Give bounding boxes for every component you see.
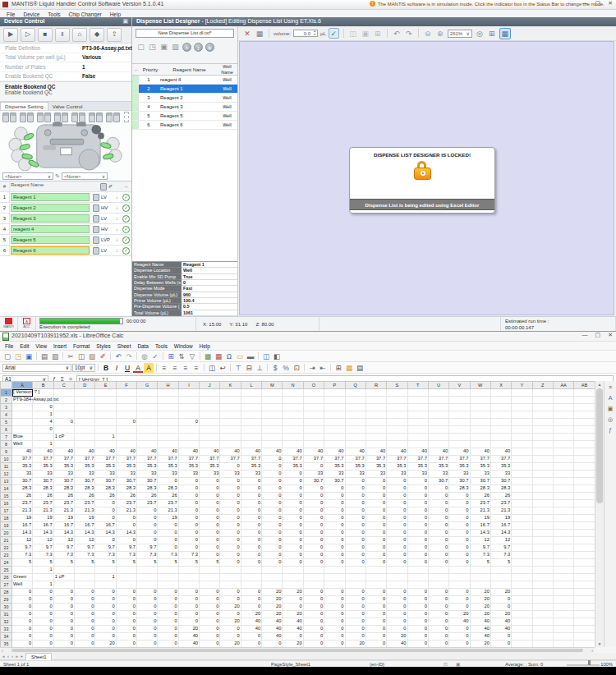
- cell-W33[interactable]: 40: [470, 626, 490, 633]
- cell-E33[interactable]: 0: [95, 626, 116, 633]
- cell-W34[interactable]: 40: [470, 633, 490, 641]
- cell-B6[interactable]: 0: [33, 426, 53, 434]
- cell-C24[interactable]: 5: [53, 559, 74, 567]
- cell-D34[interactable]: 0: [75, 633, 95, 641]
- cell-R22[interactable]: 0: [365, 544, 386, 552]
- cell-P1[interactable]: [324, 389, 345, 397]
- cell-O30[interactable]: 0: [303, 604, 324, 611]
- cell-I19[interactable]: 0: [178, 522, 199, 530]
- cell-U4[interactable]: [428, 411, 448, 419]
- cell-K21[interactable]: 0: [220, 537, 241, 544]
- cell-K30[interactable]: 20: [220, 604, 241, 611]
- cell-N35[interactable]: 20: [283, 641, 303, 648]
- cell-B8[interactable]: 1: [33, 441, 53, 448]
- maximize-icon[interactable]: ▢: [595, 0, 601, 7]
- cell-O28[interactable]: 0: [303, 589, 324, 596]
- cell-J9[interactable]: 40: [200, 448, 220, 456]
- cell-M33[interactable]: 40: [262, 626, 283, 633]
- cell-I29[interactable]: 0: [178, 596, 199, 604]
- cell-K23[interactable]: 0: [220, 552, 241, 559]
- cell-R14[interactable]: 0: [365, 485, 386, 493]
- cell-H2[interactable]: [158, 397, 178, 404]
- cell-J31[interactable]: 0: [200, 611, 220, 618]
- cell-T33[interactable]: 0: [407, 626, 428, 633]
- cell-D12[interactable]: 33: [75, 471, 95, 478]
- cell-AA25[interactable]: [553, 567, 573, 574]
- cell-H5[interactable]: [158, 419, 178, 426]
- cell-W20[interactable]: 14.3: [470, 530, 490, 537]
- cell-F28[interactable]: 0: [116, 589, 136, 596]
- cell-Y5[interactable]: [512, 419, 532, 426]
- cell-Q7[interactable]: [345, 434, 365, 441]
- cell-A16[interactable]: 23.7: [12, 500, 33, 507]
- cell-V11[interactable]: 35.3: [449, 463, 470, 471]
- scroll-up-icon[interactable]: ▲: [595, 382, 604, 387]
- cell-Y26[interactable]: [512, 574, 532, 581]
- cell-G20[interactable]: 0: [137, 530, 158, 537]
- cell-B33[interactable]: 0: [33, 626, 53, 633]
- reagent-row[interactable]: 1Reagent 1LV↓✓: [0, 192, 131, 203]
- cell-F29[interactable]: 0: [116, 596, 136, 604]
- cell-U10[interactable]: 37.7: [428, 456, 448, 463]
- cell-I33[interactable]: 20: [178, 626, 199, 633]
- cell-D4[interactable]: [75, 411, 95, 419]
- cell-R33[interactable]: 0: [365, 626, 386, 633]
- row-header-4[interactable]: 4: [1, 411, 12, 419]
- cell-W21[interactable]: 12: [470, 537, 490, 544]
- cell-AB3[interactable]: [574, 404, 595, 411]
- cell-AA15[interactable]: [553, 493, 573, 500]
- cell-G2[interactable]: [137, 397, 158, 404]
- cell-K24[interactable]: 0: [220, 559, 241, 567]
- cell-R30[interactable]: 0: [365, 604, 386, 611]
- cell-I8[interactable]: [178, 441, 199, 448]
- cell-B31[interactable]: 0: [33, 611, 53, 618]
- cell-G28[interactable]: 0: [137, 589, 158, 596]
- font-color-icon[interactable]: A: [133, 363, 143, 373]
- right-chip-select[interactable]: <None> ∨: [62, 172, 108, 180]
- cell-Y28[interactable]: [512, 589, 532, 596]
- cell-P23[interactable]: 0: [324, 552, 345, 559]
- merge-cells-icon[interactable]: ◫: [207, 363, 217, 373]
- cell-N30[interactable]: 0: [283, 604, 303, 611]
- cell-Q10[interactable]: 37.7: [345, 456, 365, 463]
- cell-O9[interactable]: 40: [303, 448, 324, 456]
- cell-U22[interactable]: 0: [428, 544, 448, 552]
- tab-dispense-setting[interactable]: Dispense Setting: [0, 102, 48, 110]
- cell-Y22[interactable]: [512, 544, 532, 552]
- cell-J10[interactable]: 37.7: [200, 456, 220, 463]
- cell-I4[interactable]: [178, 411, 199, 419]
- cell-D30[interactable]: 0: [75, 604, 95, 611]
- cell-O22[interactable]: 0: [303, 544, 324, 552]
- cell-P14[interactable]: 0: [324, 485, 345, 493]
- cell-Z10[interactable]: [532, 456, 553, 463]
- sidebar-settings-icon[interactable]: ≡: [609, 384, 612, 391]
- cell-Y14[interactable]: [512, 485, 532, 493]
- cell-T16[interactable]: 0: [407, 500, 428, 507]
- cell-Z6[interactable]: [532, 426, 553, 434]
- cell-L3[interactable]: [241, 404, 261, 411]
- cell-T8[interactable]: [407, 441, 428, 448]
- cell-N25[interactable]: [283, 567, 303, 574]
- cell-V20[interactable]: 0: [449, 530, 470, 537]
- cell-Z13[interactable]: [532, 478, 553, 485]
- cell-B21[interactable]: 12: [33, 537, 53, 544]
- cell-A30[interactable]: 0: [12, 604, 33, 611]
- cell-D33[interactable]: 0: [75, 626, 95, 633]
- cell-Z20[interactable]: [532, 530, 553, 537]
- cell-N31[interactable]: 20: [283, 611, 303, 618]
- cell-C16[interactable]: 23.7: [53, 500, 74, 507]
- cell-J24[interactable]: 5: [200, 559, 220, 567]
- cell-T34[interactable]: 0: [407, 633, 428, 641]
- cell-Z33[interactable]: [532, 626, 553, 633]
- cell-B17[interactable]: 21.3: [33, 507, 53, 515]
- cell-H11[interactable]: 35.3: [158, 463, 178, 471]
- cell-L35[interactable]: 0: [241, 641, 261, 648]
- cell-U9[interactable]: 40: [428, 448, 448, 456]
- cell-I34[interactable]: 40: [178, 633, 199, 641]
- cell-Y21[interactable]: [512, 537, 532, 544]
- save-list-as-icon[interactable]: ▥: [171, 43, 180, 52]
- cell-W3[interactable]: [470, 404, 490, 411]
- cell-AA8[interactable]: [553, 441, 573, 448]
- cell-D16[interactable]: 23.7: [75, 500, 95, 507]
- cell-G1[interactable]: [137, 389, 158, 397]
